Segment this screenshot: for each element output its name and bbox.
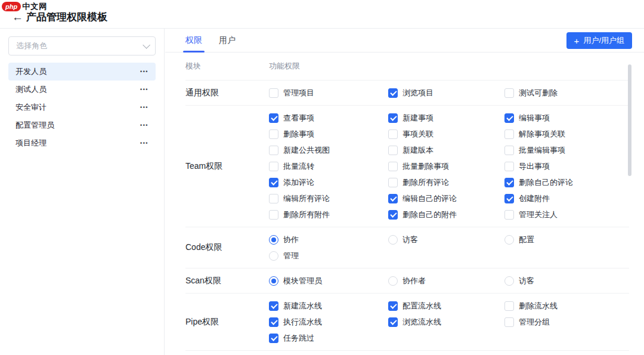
permission-line: 添加评论删除所有评论删除自己的评论 <box>269 174 629 190</box>
radio-icon[interactable] <box>388 276 398 286</box>
checkbox-option[interactable]: 批量流转 <box>269 158 388 174</box>
table-row: Code权限协作访客配置管理 <box>185 227 629 268</box>
checkbox-icon[interactable] <box>504 210 514 220</box>
checkbox-option[interactable]: 新建公共视图 <box>269 142 388 158</box>
breadcrumb: ← 产品管理权限模板 <box>12 10 107 24</box>
radio-icon[interactable] <box>269 235 278 245</box>
sidebar-item-role[interactable]: 开发人员••• <box>8 63 156 81</box>
radio-icon[interactable] <box>269 276 278 286</box>
radio-icon[interactable] <box>504 276 514 286</box>
checkbox-option[interactable]: 导出事项 <box>504 158 629 174</box>
checkbox-icon[interactable] <box>388 129 398 139</box>
checkbox-icon[interactable] <box>504 88 514 98</box>
checkbox-icon[interactable] <box>504 129 514 139</box>
more-icon[interactable]: ••• <box>140 140 148 146</box>
checkbox-icon[interactable] <box>269 210 278 220</box>
radio-icon[interactable] <box>269 251 278 261</box>
checkbox-icon[interactable] <box>269 129 278 139</box>
checkbox-option[interactable]: 新建事项 <box>388 110 504 126</box>
role-select[interactable]: 选择角色 <box>8 36 156 55</box>
checkbox-icon[interactable] <box>269 334 278 343</box>
sidebar-item-role[interactable]: 安全审计••• <box>8 98 156 116</box>
checkbox-option[interactable]: 删除自己的评论 <box>504 174 629 190</box>
checkbox-icon[interactable] <box>504 113 514 123</box>
checkbox-icon[interactable] <box>504 194 514 203</box>
checkbox-option[interactable]: 删除所有评论 <box>388 174 504 190</box>
checkbox-option[interactable]: 配置流水线 <box>388 298 504 314</box>
checkbox-option[interactable]: 添加评论 <box>269 174 388 190</box>
checkbox-icon[interactable] <box>504 146 514 155</box>
checkbox-option[interactable]: 解除事项关联 <box>504 126 629 142</box>
checkbox-icon[interactable] <box>388 317 398 327</box>
checkbox-icon[interactable] <box>504 317 514 327</box>
tab-inactive[interactable]: 用户 <box>219 29 236 52</box>
checkbox-option[interactable]: 删除所有附件 <box>269 206 388 223</box>
checkbox-icon[interactable] <box>269 317 278 327</box>
checkbox-option[interactable]: 创建附件 <box>504 190 629 206</box>
permission-table: 模块 功能权限 通用权限管理项目浏览项目测试可删除Team权限查看事项新建事项编… <box>185 53 629 351</box>
checkbox-icon[interactable] <box>504 178 514 187</box>
more-icon[interactable]: ••• <box>140 69 148 75</box>
checkbox-option[interactable]: 浏览流水线 <box>388 314 504 330</box>
permission-label: 添加评论 <box>283 177 314 188</box>
checkbox-icon[interactable] <box>388 146 398 155</box>
checkbox-icon[interactable] <box>269 162 278 171</box>
radio-option[interactable]: 配置 <box>504 231 629 248</box>
radio-option[interactable]: 模块管理员 <box>269 273 388 289</box>
checkbox-option[interactable]: 新建版本 <box>388 142 504 158</box>
checkbox-option[interactable]: 任务跳过 <box>269 330 388 346</box>
vertical-scrollbar[interactable] <box>628 64 631 176</box>
checkbox-option[interactable]: 编辑事项 <box>504 110 629 126</box>
checkbox-option[interactable]: 执行流水线 <box>269 314 388 330</box>
checkbox-icon[interactable] <box>388 113 398 123</box>
checkbox-icon[interactable] <box>504 301 514 311</box>
more-icon[interactable]: ••• <box>140 104 148 110</box>
checkbox-option[interactable]: 编辑自己的评论 <box>388 190 504 206</box>
permission-line: 管理 <box>269 248 629 264</box>
radio-icon[interactable] <box>504 235 514 245</box>
sidebar-item-role[interactable]: 项目经理••• <box>8 134 156 152</box>
radio-option[interactable]: 访客 <box>504 273 629 289</box>
checkbox-icon[interactable] <box>269 301 278 311</box>
checkbox-icon[interactable] <box>269 194 278 203</box>
radio-option[interactable]: 协作 <box>269 231 388 248</box>
checkbox-option[interactable]: 删除自己的附件 <box>388 206 504 223</box>
checkbox-icon[interactable] <box>388 301 398 311</box>
checkbox-option[interactable]: 事项关联 <box>388 126 504 142</box>
checkbox-option[interactable]: 新建流水线 <box>269 298 388 314</box>
more-icon[interactable]: ••• <box>140 122 148 128</box>
sidebar-item-role[interactable]: 配置管理员••• <box>8 116 156 134</box>
permission-line: 删除所有附件删除自己的附件管理关注人 <box>269 206 629 223</box>
checkbox-option[interactable]: 管理项目 <box>269 85 388 101</box>
checkbox-option[interactable]: 删除流水线 <box>504 298 629 314</box>
checkbox-icon[interactable] <box>269 113 278 123</box>
checkbox-option[interactable]: 编辑所有评论 <box>269 190 388 206</box>
radio-option[interactable]: 管理 <box>269 248 388 264</box>
radio-icon[interactable] <box>388 235 398 245</box>
radio-option[interactable]: 访客 <box>388 231 504 248</box>
checkbox-icon[interactable] <box>269 146 278 155</box>
add-user-group-button[interactable]: + 用户/用户组 <box>566 32 632 49</box>
checkbox-icon[interactable] <box>388 88 398 98</box>
checkbox-icon[interactable] <box>388 178 398 187</box>
sidebar-item-role[interactable]: 测试人员••• <box>8 81 156 98</box>
checkbox-icon[interactable] <box>388 162 398 171</box>
checkbox-icon[interactable] <box>388 194 398 203</box>
checkbox-option[interactable]: 管理分组 <box>504 314 629 330</box>
back-arrow-icon[interactable]: ← <box>12 11 23 23</box>
checkbox-option[interactable]: 批量删除事项 <box>388 158 504 174</box>
radio-option[interactable]: 协作者 <box>388 273 504 289</box>
checkbox-icon[interactable] <box>269 88 278 98</box>
more-icon[interactable]: ••• <box>140 87 148 92</box>
module-label: Scan权限 <box>185 276 269 286</box>
checkbox-option[interactable]: 删除事项 <box>269 126 388 142</box>
tab-active[interactable]: 权限 <box>185 29 202 52</box>
checkbox-option[interactable]: 管理关注人 <box>504 206 629 223</box>
checkbox-icon[interactable] <box>388 210 398 220</box>
checkbox-option[interactable]: 查看事项 <box>269 110 388 126</box>
checkbox-option[interactable]: 测试可删除 <box>504 85 629 101</box>
checkbox-option[interactable]: 浏览项目 <box>388 85 504 101</box>
checkbox-icon[interactable] <box>269 178 278 187</box>
checkbox-icon[interactable] <box>504 162 514 171</box>
checkbox-option[interactable]: 批量编辑事项 <box>504 142 629 158</box>
